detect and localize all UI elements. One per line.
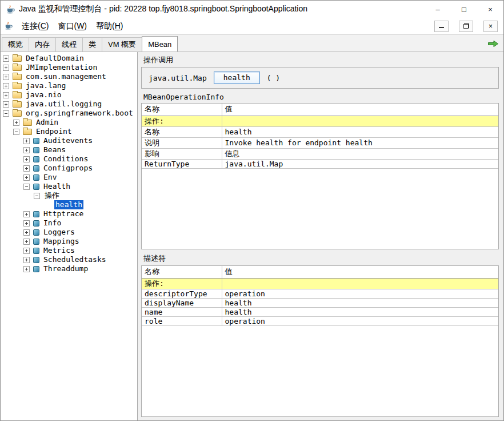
cell-name[interactable]: 名称 (142, 126, 222, 137)
minimize-button[interactable]: – (425, 1, 451, 18)
tree-item-Httptrace[interactable]: Httptrace (1, 209, 137, 219)
cell-name[interactable]: displayName (142, 298, 222, 307)
tree-item-java.lang[interactable]: java.lang (1, 81, 137, 90)
menu-item-help[interactable]: 帮助(H) (91, 19, 127, 34)
cell-name[interactable]: ReturnType (142, 159, 222, 168)
tree-item-label: com.sun.management (25, 72, 107, 81)
tree-item-Configprops[interactable]: Configprops (1, 164, 137, 173)
maximize-button[interactable]: □ (451, 1, 477, 18)
tree-item-java.util.logging[interactable]: java.util.logging (1, 100, 137, 109)
tab-概览[interactable]: 概览 (2, 37, 29, 51)
cell-value[interactable]: health (222, 307, 498, 316)
tree-item-Scheduledtasks[interactable]: Scheduledtasks (1, 255, 137, 264)
table-row[interactable]: 操作: (142, 116, 498, 126)
expand-icon[interactable] (3, 65, 9, 71)
column-header-名称[interactable]: 名称 (142, 266, 222, 278)
expand-icon[interactable] (3, 83, 9, 89)
tab-MBean[interactable]: MBean (142, 36, 178, 51)
column-header-名称[interactable]: 名称 (142, 104, 222, 116)
menu-item-window[interactable]: 窗口(W) (53, 19, 91, 34)
cell-value[interactable]: health (222, 298, 498, 307)
tree-item-java.nio[interactable]: java.nio (1, 90, 137, 100)
collapse-icon[interactable] (23, 184, 30, 190)
tree-item-JMImplementation[interactable]: JMImplementation (1, 63, 137, 72)
cell-value[interactable] (222, 278, 498, 289)
column-header-值[interactable]: 值 (222, 104, 498, 116)
table-row[interactable]: 名称health (142, 126, 498, 137)
expand-icon[interactable] (3, 101, 9, 108)
table-row[interactable]: displayNamehealth (142, 298, 498, 307)
cell-value[interactable]: operation (222, 289, 498, 298)
table-row[interactable]: namehealth (142, 307, 498, 316)
table-row[interactable]: ReturnTypejava.util.Map (142, 159, 498, 168)
expand-icon[interactable] (23, 266, 30, 272)
cell-value[interactable]: operation (222, 316, 498, 325)
expand-icon[interactable] (13, 120, 19, 126)
expand-icon[interactable] (23, 239, 30, 245)
collapse-icon[interactable] (3, 110, 9, 117)
frame-restore-button[interactable] (459, 21, 473, 32)
close-button[interactable]: × (477, 1, 503, 18)
tree-item-Health[interactable]: Health (1, 182, 137, 191)
tree-item-Admin[interactable]: Admin (1, 118, 137, 127)
table-row[interactable]: 操作: (142, 278, 498, 289)
cell-value[interactable]: java.util.Map (222, 159, 498, 168)
tab-内存[interactable]: 内存 (29, 37, 56, 51)
tree-item-Info[interactable]: Info (1, 219, 137, 228)
tree-item-Mappings[interactable]: Mappings (1, 237, 137, 246)
tree-item-Metrics[interactable]: Metrics (1, 246, 137, 255)
cell-name[interactable]: 操作: (142, 116, 222, 126)
tree-item-Env[interactable]: Env (1, 173, 137, 182)
tree-item-Threaddump[interactable]: Threaddump (1, 264, 137, 273)
expand-icon[interactable] (23, 156, 30, 162)
collapse-icon[interactable] (34, 193, 40, 199)
expand-icon[interactable] (3, 55, 9, 62)
tree-item-com.sun.management[interactable]: com.sun.management (1, 72, 137, 81)
tree-item-Beans[interactable]: Beans (1, 145, 137, 154)
cell-value[interactable]: Invoke health for endpoint health (222, 137, 498, 148)
table-row[interactable]: 说明Invoke health for endpoint health (142, 137, 498, 148)
expand-icon[interactable] (23, 165, 30, 172)
cell-value[interactable]: 信息 (222, 148, 498, 159)
tab-类[interactable]: 类 (82, 37, 102, 51)
tab-线程[interactable]: 线程 (55, 37, 83, 51)
table-row[interactable]: descriptorTypeoperation (142, 289, 498, 298)
expand-icon[interactable] (3, 74, 9, 80)
expand-icon[interactable] (23, 229, 30, 236)
java-cup-icon (5, 4, 15, 14)
expand-icon[interactable] (23, 211, 30, 217)
cell-value[interactable]: health (222, 126, 498, 137)
tree-item-操作[interactable]: 操作 (1, 191, 137, 200)
cell-name[interactable]: name (142, 307, 222, 316)
menu-window-post: ) (84, 21, 87, 30)
cell-name[interactable]: descriptorType (142, 289, 222, 298)
expand-icon[interactable] (23, 147, 30, 153)
cell-name[interactable]: 操作: (142, 278, 222, 289)
cell-name[interactable]: 说明 (142, 137, 222, 148)
tree-item-Endpoint[interactable]: Endpoint (1, 127, 137, 136)
menu-item-connect[interactable]: 连接(C) (17, 19, 53, 34)
column-header-值[interactable]: 值 (222, 266, 498, 278)
tree-item-DefaultDomain[interactable]: DefaultDomain (1, 54, 137, 63)
frame-minimize-button[interactable] (434, 21, 449, 32)
tree-item-health[interactable]: health (1, 200, 137, 209)
frame-close-button[interactable]: × (483, 21, 498, 32)
tree-item-org.springframework.boot[interactable]: org.springframework.boot (1, 109, 137, 118)
cell-name[interactable]: role (142, 316, 222, 325)
expand-icon[interactable] (23, 257, 30, 263)
expand-icon[interactable] (23, 220, 30, 227)
table-row[interactable]: roleoperation (142, 316, 498, 325)
expand-icon[interactable] (3, 92, 9, 98)
collapse-icon[interactable] (13, 129, 19, 135)
invoke-health-button[interactable]: health (214, 72, 260, 84)
cell-name[interactable]: 影响 (142, 148, 222, 159)
table-row[interactable]: 影响信息 (142, 148, 498, 159)
cell-value[interactable] (222, 116, 498, 126)
expand-icon[interactable] (23, 248, 30, 254)
tree-item-Auditevents[interactable]: Auditevents (1, 136, 137, 145)
tab-VM-概要[interactable]: VM 概要 (102, 37, 142, 51)
expand-icon[interactable] (23, 174, 30, 181)
expand-icon[interactable] (23, 138, 30, 144)
tree-item-Loggers[interactable]: Loggers (1, 228, 137, 237)
tree-item-Conditions[interactable]: Conditions (1, 154, 137, 164)
